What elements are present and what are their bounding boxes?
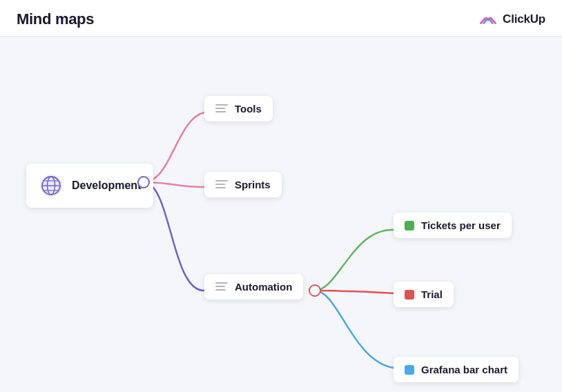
logo-text: ClickUp (503, 12, 545, 26)
grafana-label: Grafana bar chart (421, 364, 507, 375)
connector-automation (309, 284, 321, 297)
automation-list-icon (215, 282, 228, 292)
mind-map-canvas: Development Tools Sprints Automation Tic… (0, 37, 562, 389)
node-tickets[interactable]: Tickets per user (394, 213, 512, 238)
connector-development (137, 176, 150, 188)
tickets-label: Tickets per user (421, 219, 501, 231)
automation-label: Automation (235, 281, 292, 293)
sprints-list-icon (215, 180, 228, 190)
node-trial[interactable]: Trial (394, 282, 454, 307)
tools-label: Tools (235, 103, 262, 115)
tickets-color-indicator (405, 221, 414, 231)
node-grafana[interactable]: Grafana bar chart (394, 357, 519, 382)
page-title: Mind maps (17, 10, 94, 28)
grafana-color-indicator (405, 365, 414, 375)
sprints-label: Sprints (235, 179, 271, 190)
header: Mind maps ClickUp (0, 0, 562, 37)
logo-area: ClickUp (478, 10, 545, 29)
development-label: Development (72, 179, 141, 192)
globe-icon (39, 173, 64, 198)
node-automation[interactable]: Automation (204, 274, 303, 300)
clickup-logo-icon (478, 10, 498, 29)
node-sprints[interactable]: Sprints (204, 172, 282, 197)
node-development[interactable]: Development (26, 164, 153, 208)
node-tools[interactable]: Tools (204, 96, 273, 121)
trial-color-indicator (405, 290, 414, 300)
tools-list-icon (215, 104, 228, 114)
trial-label: Trial (421, 288, 443, 300)
